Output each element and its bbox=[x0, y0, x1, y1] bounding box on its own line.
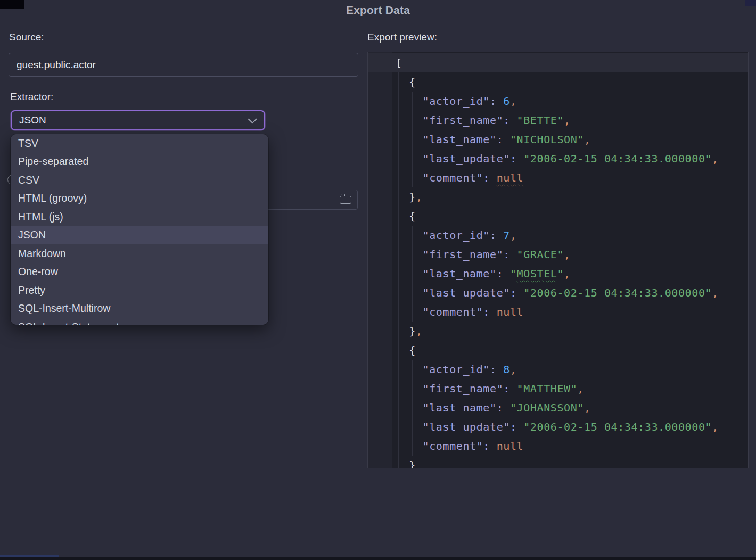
bottom-bar-fragment bbox=[0, 555, 59, 557]
folder-icon bbox=[340, 196, 351, 204]
code-line: "first_name": "BETTE", bbox=[396, 111, 748, 130]
dropdown-option[interactable]: SQL-Insert-Statements bbox=[11, 318, 268, 325]
code-line: "comment": null bbox=[396, 168, 748, 187]
code-line: "actor_id": 6, bbox=[396, 92, 748, 111]
extractor-dropdown: TSVPipe-separatedCSVHTML (groovy)HTML (j… bbox=[11, 134, 268, 325]
dropdown-option[interactable]: One-row bbox=[11, 263, 268, 282]
code-line: { bbox=[396, 341, 748, 360]
dropdown-option[interactable]: SQL-Insert-Multirow bbox=[11, 300, 268, 318]
extractor-select[interactable]: JSON bbox=[11, 110, 265, 130]
code-line: "actor_id": 8, bbox=[396, 360, 748, 379]
editor-gutter bbox=[368, 52, 392, 468]
export-preview-label: Export preview: bbox=[367, 31, 437, 43]
code-line: "comment": null bbox=[396, 302, 748, 322]
extractor-label: Extractor: bbox=[10, 91, 53, 103]
chevron-down-icon bbox=[248, 114, 257, 123]
code-line: [ bbox=[396, 53, 748, 72]
code-line: { bbox=[396, 72, 748, 92]
dropdown-option[interactable]: HTML (groovy) bbox=[11, 190, 268, 208]
code-line: }, bbox=[396, 322, 748, 341]
browse-button[interactable] bbox=[336, 192, 355, 208]
code-line: "last_name": "JOHANSSON", bbox=[396, 398, 748, 417]
code-line: "first_name": "GRACE", bbox=[396, 245, 748, 264]
code-line: "first_name": "MATTHEW", bbox=[396, 379, 748, 398]
json-preview-code: [ { "actor_id": 6, "first_name": "BETTE"… bbox=[396, 53, 748, 468]
code-line: "actor_id": 7, bbox=[396, 226, 748, 245]
dropdown-option[interactable]: CSV bbox=[11, 171, 268, 190]
dropdown-option[interactable]: Pretty bbox=[11, 281, 268, 300]
dropdown-option[interactable]: Markdown bbox=[11, 244, 268, 263]
dropdown-option[interactable]: Pipe-separated bbox=[11, 153, 268, 171]
source-input[interactable] bbox=[9, 53, 358, 77]
dialog-title: Export Data bbox=[0, 4, 756, 17]
bottom-bar bbox=[0, 557, 756, 560]
code-line: "last_name": "NICHOLSON", bbox=[396, 130, 748, 149]
code-line: "comment": null bbox=[396, 437, 748, 456]
extractor-selected-value: JSON bbox=[12, 114, 248, 126]
code-line: }, bbox=[396, 187, 748, 207]
dropdown-option[interactable]: TSV bbox=[11, 134, 268, 153]
code-line: { bbox=[396, 207, 748, 226]
dropdown-option[interactable]: JSON bbox=[11, 226, 268, 245]
code-line: "last_update": "2006-02-15 04:34:33.0000… bbox=[396, 283, 748, 302]
export-preview-editor[interactable]: [ { "actor_id": 6, "first_name": "BETTE"… bbox=[367, 52, 749, 468]
code-line: "last_update": "2006-02-15 04:34:33.0000… bbox=[396, 149, 748, 168]
dropdown-option[interactable]: HTML (js) bbox=[11, 208, 268, 226]
source-label: Source: bbox=[9, 31, 44, 43]
code-line: } bbox=[396, 456, 748, 468]
code-line: "last_update": "2006-02-15 04:34:33.0000… bbox=[396, 417, 748, 437]
code-line: "last_name": "MOSTEL", bbox=[396, 264, 748, 283]
